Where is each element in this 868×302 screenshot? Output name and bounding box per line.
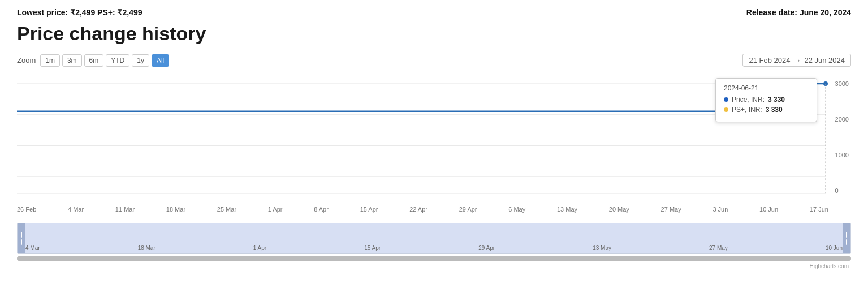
x-label-15: 10 Jun	[759, 206, 778, 213]
nav-label-6: 27 May	[709, 245, 728, 251]
scrollbar-area[interactable]	[17, 256, 851, 261]
release-date-label: Release date:	[746, 8, 800, 17]
zoom-btn-6m[interactable]: 6m	[84, 54, 104, 67]
handle-line-2	[21, 239, 22, 245]
tooltip-psplus-row: PS+, INR: 3 330	[724, 106, 809, 114]
date-range-arrow: →	[793, 56, 801, 64]
date-range-to: 22 Jun 2024	[804, 56, 845, 64]
x-label-8: 22 Apr	[409, 206, 427, 213]
x-label-14: 3 Jun	[712, 206, 728, 213]
top-bar: Lowest price: ₹2,499 PS+: ₹2,499 Release…	[0, 0, 868, 20]
x-axis: 26 Feb 4 Mar 11 Mar 18 Mar 25 Mar 1 Apr …	[17, 202, 851, 216]
navigator-x-axis: 4 Mar 18 Mar 1 Apr 15 Apr 29 Apr 13 May …	[25, 245, 843, 251]
nav-label-3: 15 Apr	[364, 245, 381, 251]
navigator-handle-right[interactable]	[843, 223, 850, 253]
x-label-6: 8 Apr	[314, 206, 329, 213]
x-label-7: 15 Apr	[360, 206, 378, 213]
date-range-display: 21 Feb 2024 → 22 Jun 2024	[742, 54, 851, 67]
ps-plus-value: ₹2,499	[117, 8, 142, 17]
nav-label-0: 4 Mar	[25, 245, 40, 251]
nav-label-2: 1 Apr	[253, 245, 266, 251]
x-label-11: 13 May	[557, 206, 577, 213]
zoom-btn-1y[interactable]: 1y	[132, 54, 149, 67]
scrollbar-thumb	[17, 256, 851, 261]
x-label-10: 6 May	[508, 206, 525, 213]
tooltip-psplus-dot	[724, 107, 728, 112]
handle-line-4	[846, 239, 847, 245]
nav-label-1: 18 Mar	[138, 245, 156, 251]
lowest-price-value: ₹2,499	[70, 8, 95, 17]
handle-line-1	[21, 232, 22, 238]
tooltip-price-dot	[724, 97, 728, 102]
x-label-3: 18 Mar	[166, 206, 185, 213]
handle-lines-left	[20, 232, 23, 245]
release-date-info: Release date: June 20, 2024	[746, 8, 851, 17]
chart-tooltip: 2024-06-21 Price, INR: 3 330 PS+, INR: 3…	[715, 78, 817, 122]
tooltip-price-row: Price, INR: 3 330	[724, 96, 809, 103]
navigator[interactable]: 4 Mar 18 Mar 1 Apr 15 Apr 29 Apr 13 May …	[17, 223, 851, 254]
nav-label-7: 10 Jun	[826, 245, 843, 251]
highcharts-credit: Highcharts.com	[17, 263, 851, 269]
chart-area[interactable]: 3000 2000 1000 0 2024-06-21 Price, INR: …	[17, 72, 851, 202]
x-label-0: 26 Feb	[17, 206, 36, 213]
x-label-9: 29 Apr	[459, 206, 477, 213]
x-label-13: 27 May	[661, 206, 681, 213]
nav-label-4: 29 Apr	[478, 245, 495, 251]
x-label-16: 17 Jun	[810, 206, 828, 213]
navigator-handle-left[interactable]	[18, 223, 25, 253]
x-label-2: 11 Mar	[115, 206, 135, 213]
nav-label-5: 13 May	[593, 245, 611, 251]
x-label-4: 25 Mar	[217, 206, 236, 213]
date-range-from: 21 Feb 2024	[749, 56, 790, 64]
lowest-price-info: Lowest price: ₹2,499 PS+: ₹2,499	[17, 8, 142, 17]
tooltip-price-value: 3 330	[768, 96, 785, 103]
tooltip-psplus-value: 3 330	[766, 106, 783, 114]
handle-lines-right	[845, 232, 848, 245]
zoom-btn-all[interactable]: All	[152, 54, 169, 67]
x-label-5: 1 Apr	[268, 206, 283, 213]
tooltip-psplus-label: PS+, INR:	[732, 106, 762, 114]
lowest-price-label: Lowest price:	[17, 8, 70, 17]
zoom-bar: Zoom 1m 3m 6m YTD 1y All 21 Feb 2024 → 2…	[17, 54, 851, 67]
x-label-12: 20 May	[609, 206, 629, 213]
release-date-value: June 20, 2024	[800, 8, 851, 17]
zoom-btn-1m[interactable]: 1m	[40, 54, 60, 67]
tooltip-date: 2024-06-21	[724, 84, 809, 92]
chart-container: Zoom 1m 3m 6m YTD 1y All 21 Feb 2024 → 2…	[0, 54, 868, 269]
ps-plus-label: PS+:	[95, 8, 117, 17]
handle-line-3	[846, 232, 847, 238]
zoom-btn-3m[interactable]: 3m	[62, 54, 82, 67]
zoom-btn-ytd[interactable]: YTD	[106, 54, 129, 67]
x-label-1: 4 Mar	[68, 206, 84, 213]
page-title: Price change history	[0, 20, 868, 54]
zoom-label: Zoom	[17, 56, 36, 64]
tooltip-price-label: Price, INR:	[732, 96, 765, 103]
